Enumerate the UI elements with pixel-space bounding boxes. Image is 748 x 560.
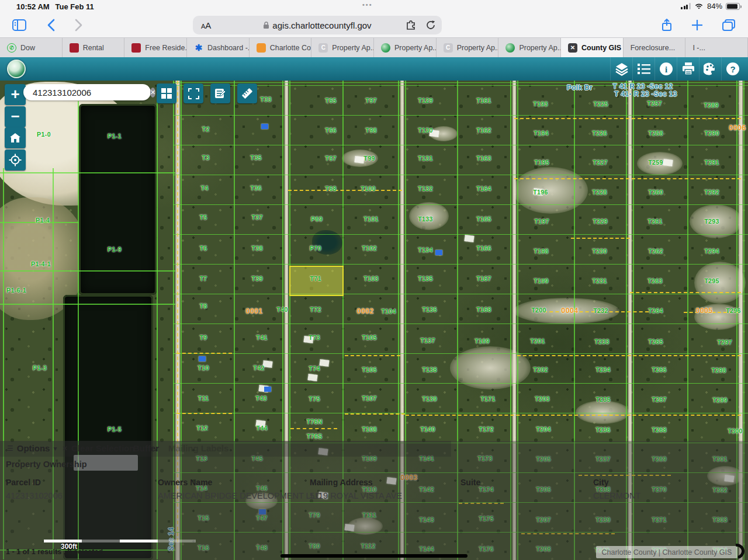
menu-label: Clear Selection: [71, 443, 134, 453]
zoom-in-button[interactable]: +: [5, 84, 26, 105]
caret-down-icon: ▾: [53, 444, 57, 453]
parcel-label-t259: T259: [648, 159, 663, 166]
options-icon: ☰: [7, 444, 13, 453]
forward-button[interactable]: [70, 16, 88, 34]
measure-tool-button[interactable]: [237, 84, 257, 103]
browser-tab-property-ap[interactable]: Property Ap...: [498, 38, 561, 57]
parcel-label-t129: T129: [418, 97, 433, 104]
share-icon[interactable]: [658, 16, 676, 34]
multitask-ellipsis-icon[interactable]: •••: [362, 1, 373, 8]
parcel-label-t268: T268: [652, 426, 667, 433]
parcel-search-box[interactable]: ✕: [23, 84, 151, 100]
parcel-label-t103: T103: [363, 275, 379, 282]
tab-label: Dow: [20, 44, 35, 52]
tab-label: Free Reside...: [145, 44, 187, 52]
battery-icon: [726, 3, 740, 10]
tab-bar: ✆DowRentalFree Reside...✱Dashboard -...C…: [0, 37, 748, 57]
parcel-label-p1-3: P1-3: [33, 364, 47, 371]
clear-search-icon[interactable]: ✕: [150, 88, 155, 98]
section-line-dashed: [514, 118, 741, 119]
section-line-dashed: [517, 355, 741, 356]
parcel-label-t75: T75: [309, 395, 320, 402]
panel-menu-mailing-labels[interactable]: Mailing Labels: [168, 443, 228, 453]
legend-icon[interactable]: [632, 57, 654, 81]
section-line-dashed: [345, 413, 405, 415]
parcel-label-t134: T134: [418, 246, 433, 253]
gray-c-icon: C: [444, 43, 453, 53]
cellular-signal-icon: [681, 3, 691, 9]
new-tab-icon[interactable]: [688, 16, 706, 34]
parcel-label-t203: T203: [535, 395, 550, 402]
parcel-label-t168: T168: [476, 306, 491, 313]
parcel-label-t262: T262: [648, 248, 663, 255]
browser-tab-charlotte-co[interactable]: Charlotte Co...: [250, 38, 312, 57]
browser-tab-property-ap[interactable]: Property Ap...: [374, 38, 437, 57]
parcel-label-t72: T72: [310, 306, 321, 313]
panel-tab-property-ownership[interactable]: Property Ownership: [6, 460, 87, 469]
locate-me-button[interactable]: [5, 149, 26, 171]
parcel-label-t195: T195: [534, 159, 549, 166]
parcel-label-t290: T290: [704, 130, 719, 137]
field-label-parcel-id: Parcel ID: [6, 478, 41, 487]
panel-menu-clear-selection[interactable]: ✕Clear Selection: [62, 443, 134, 453]
parcel-label-p1-4-1: P1-4-1: [31, 260, 51, 267]
browser-tab-property-ap[interactable]: CProperty Ap...: [311, 38, 374, 57]
browser-tab-dashboard[interactable]: ✱Dashboard -...: [187, 38, 250, 57]
help-icon[interactable]: ?: [721, 57, 743, 81]
parcel-label-p1-6-1: P1-6-1: [6, 287, 26, 294]
gis-header-icons: i?: [610, 57, 743, 81]
parcel-label-p1-4: P1-4: [36, 217, 50, 224]
browser-tab-i[interactable]: I -...: [685, 38, 748, 57]
browser-tab-dow[interactable]: ✆Dow: [0, 38, 63, 57]
home-indicator[interactable]: [280, 554, 468, 558]
parcel-label-t228: T228: [592, 189, 607, 196]
browser-tab-foreclosure[interactable]: Foreclosure...: [624, 38, 686, 57]
menu-label: Mailing Labels: [168, 443, 228, 453]
basemap-grid-tool-button[interactable]: [157, 84, 176, 103]
browser-tab-rental[interactable]: Rental: [63, 38, 125, 57]
parcel-label-t101: T101: [363, 215, 379, 222]
parcel-label-t261: T261: [647, 218, 663, 225]
parcel-label-t264: T264: [648, 307, 663, 314]
whatsapp-icon: ✆: [7, 43, 16, 53]
parcel-label-p70: P70: [310, 245, 321, 252]
palette-icon[interactable]: [699, 57, 721, 81]
parcel-label-t202: T202: [533, 366, 548, 373]
tab-label: Charlotte Co...: [270, 44, 312, 52]
browser-tab-county-gis[interactable]: ✕County GIS: [561, 38, 624, 57]
search-input[interactable]: [32, 87, 150, 98]
browser-tab-free-reside[interactable]: Free Reside...: [124, 38, 187, 57]
parcel-label-t300: T300: [728, 427, 743, 434]
layers-icon[interactable]: [610, 57, 632, 81]
select-marquee-tool-button[interactable]: [183, 84, 203, 103]
back-button[interactable]: [42, 16, 60, 34]
charlotte-county-logo[interactable]: [7, 60, 26, 78]
extensions-icon[interactable]: [406, 20, 417, 30]
reload-icon[interactable]: [425, 20, 436, 30]
parcel-label-t266: T266: [652, 366, 667, 373]
parcel-label-t295: T295: [704, 277, 719, 284]
parcel-label-t163: T163: [476, 155, 491, 162]
address-bar[interactable]: AA agis.charlottecountyfl.gov: [193, 16, 442, 34]
parcel-label-t2: T2: [202, 126, 209, 133]
parcel-label-t98: T98: [365, 127, 376, 134]
parcel-label-t65: T65: [325, 97, 336, 104]
map-canvas[interactable]: Polk DrT 41 R 23 -Sec 12T 41- R 23 -Sec …: [0, 81, 748, 560]
parcel-label-t131: T131: [418, 155, 433, 162]
browser-tab-property-ap[interactable]: CProperty Ap...: [437, 38, 499, 57]
panel-menu-options[interactable]: ☰Options▾: [7, 443, 57, 453]
parcel-label-t296: T296: [726, 307, 741, 314]
print-icon[interactable]: [677, 57, 699, 81]
reader-text-size-button[interactable]: AA: [201, 20, 211, 30]
panel-menu-buffer[interactable]: Buffer: [133, 443, 159, 453]
clear-selection-icon: ✕: [62, 444, 68, 453]
tabs-overview-icon[interactable]: [720, 16, 737, 34]
edit-notes-tool-button[interactable]: [210, 84, 230, 103]
home-extent-button[interactable]: [5, 127, 26, 148]
parcel-label-t100: T100: [361, 185, 376, 192]
parcel-label-t4: T4: [200, 185, 208, 192]
sidebar-toggle-icon[interactable]: [11, 16, 28, 34]
parcel-line-horizontal: [0, 172, 175, 173]
info-icon[interactable]: i: [654, 57, 677, 81]
zoom-out-button[interactable]: −: [5, 106, 26, 127]
